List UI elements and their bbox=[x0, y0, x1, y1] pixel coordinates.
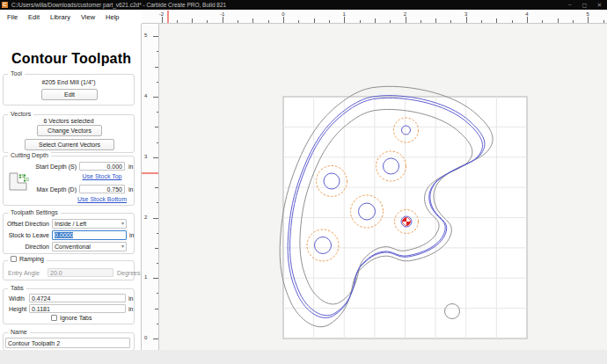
menu-help[interactable]: Help bbox=[100, 13, 124, 21]
ruler-tick bbox=[435, 18, 436, 23]
ruler-label: 0 bbox=[144, 335, 147, 340]
ruler-tick bbox=[360, 20, 361, 23]
ruler-label: 1 bbox=[339, 11, 349, 17]
ruler-label: 5 bbox=[582, 11, 593, 17]
ruler-tick bbox=[157, 233, 159, 234]
select-current-vectors-button[interactable]: Select Current Vectors bbox=[25, 139, 114, 150]
stock-to-leave-unit: in bbox=[129, 232, 134, 238]
menu-library[interactable]: Library bbox=[45, 13, 76, 21]
cutting-depth-group: Cutting Depth Start Depth (S) in Use Sto… bbox=[3, 156, 135, 206]
ruler-label: 1 bbox=[144, 274, 147, 280]
ruler-tick bbox=[157, 263, 159, 264]
cutting-depth-group-label: Cutting Depth bbox=[8, 152, 51, 158]
direction-value: Conventional bbox=[55, 244, 91, 250]
ruler-tick bbox=[155, 187, 158, 188]
ruler-tick bbox=[406, 17, 406, 23]
horizontal-ruler: -2-1012345 bbox=[142, 11, 607, 24]
ruler-label: 3 bbox=[461, 11, 472, 17]
tab-height-label: Height bbox=[9, 306, 26, 312]
ruler-label: 2 bbox=[144, 215, 147, 220]
name-group: Name bbox=[3, 332, 135, 351]
maximize-button[interactable]: ◻ bbox=[577, 0, 592, 10]
ruler-tick bbox=[268, 20, 269, 23]
ruler-tick bbox=[177, 20, 178, 23]
tab-height-unit: in bbox=[128, 306, 133, 312]
tab-width-label: Width bbox=[9, 295, 25, 302]
ruler-tick bbox=[153, 339, 158, 339]
ramping-checkbox[interactable]: Ramping bbox=[8, 256, 47, 262]
menu-edit[interactable]: Edit bbox=[23, 13, 45, 21]
ruler-tick bbox=[573, 20, 574, 23]
window-title: C:/Users/willa/Downloads/customer part_v… bbox=[11, 2, 562, 8]
ruler-cursor-marker bbox=[142, 172, 158, 174]
ignore-tabs-checkbox[interactable]: Ignore Tabs bbox=[51, 315, 91, 321]
ruler-label: 3 bbox=[144, 154, 147, 159]
ruler-tick bbox=[466, 17, 467, 23]
ruler-tick bbox=[542, 20, 543, 23]
ruler-tick bbox=[238, 20, 238, 23]
ruler-cursor-marker bbox=[167, 11, 169, 23]
ruler-tick bbox=[223, 17, 223, 23]
ruler-tick bbox=[157, 202, 159, 203]
ruler-tick bbox=[153, 97, 158, 98]
toolpath-name-input[interactable] bbox=[5, 338, 130, 348]
toolpath-settings-group-label: Toolpath Settings bbox=[8, 209, 61, 215]
ruler-label: -2 bbox=[157, 11, 167, 17]
ruler-tick bbox=[329, 20, 330, 23]
entry-angle-unit: Degrees bbox=[117, 270, 140, 276]
vectors-group: Vectors 6 Vectors selected Change Vector… bbox=[3, 114, 135, 153]
ruler-tick bbox=[207, 20, 208, 23]
direction-label: Direction bbox=[5, 244, 49, 250]
ruler-tick bbox=[481, 20, 482, 23]
ruler-tick bbox=[314, 18, 315, 23]
vectors-group-label: Vectors bbox=[8, 111, 33, 117]
ruler-label: -1 bbox=[217, 11, 228, 17]
offset-direction-label: Offset Direction bbox=[5, 221, 49, 227]
tab-height-input[interactable] bbox=[29, 304, 126, 313]
ruler-label: 4 bbox=[144, 93, 147, 98]
ruler-tick bbox=[344, 17, 345, 23]
use-stock-top-link[interactable]: Use Stock Top bbox=[74, 173, 130, 179]
vertical-ruler: 012345 bbox=[142, 24, 159, 350]
name-group-label: Name bbox=[8, 329, 30, 335]
close-button[interactable]: ✕ bbox=[592, 0, 607, 10]
menu-view[interactable]: View bbox=[76, 13, 100, 21]
stock-to-leave-input[interactable]: 0.0000 bbox=[52, 230, 127, 240]
stock-to-leave-value: 0.0000 bbox=[55, 232, 73, 238]
ruler-tick bbox=[390, 20, 391, 23]
max-depth-label: Max Depth (D) bbox=[28, 186, 77, 193]
tab-width-input[interactable] bbox=[29, 294, 126, 302]
minimize-button[interactable]: − bbox=[562, 0, 577, 10]
start-depth-input[interactable] bbox=[79, 162, 125, 171]
tool-name: #205 End Mill (1/4") bbox=[4, 79, 134, 85]
app-icon: C bbox=[2, 2, 8, 8]
ruler-tick bbox=[153, 36, 158, 37]
ruler-tick bbox=[153, 278, 158, 279]
ruler-label: 5 bbox=[144, 33, 147, 38]
canvas-svg[interactable] bbox=[159, 24, 607, 350]
ruler-tick bbox=[155, 127, 158, 127]
ruler-tick bbox=[588, 17, 589, 23]
ruler-tick bbox=[252, 18, 253, 23]
chevron-down-icon: ▾ bbox=[121, 243, 124, 251]
max-depth-input[interactable] bbox=[79, 185, 125, 193]
ruler-tick bbox=[157, 142, 159, 143]
tab-width-unit: in bbox=[128, 295, 133, 302]
ruler-tick bbox=[450, 20, 451, 23]
ruler-tick bbox=[558, 18, 559, 23]
direction-select[interactable]: Conventional ▾ bbox=[52, 242, 127, 251]
max-depth-unit: in bbox=[128, 186, 133, 193]
change-vectors-button[interactable]: Change Vectors bbox=[37, 125, 102, 136]
ruler-tick bbox=[155, 309, 158, 309]
offset-direction-value: Inside / Left bbox=[55, 221, 86, 227]
ruler-tick bbox=[157, 112, 159, 113]
use-stock-bottom-link[interactable]: Use Stock Bottom bbox=[70, 196, 134, 202]
entry-angle-label: Entry Angle bbox=[8, 270, 40, 276]
edit-tool-button[interactable]: Edit bbox=[41, 89, 98, 100]
design-canvas[interactable] bbox=[159, 24, 607, 350]
offset-direction-select[interactable]: Inside / Left ▾ bbox=[52, 219, 127, 229]
ruler-tick bbox=[157, 324, 159, 324]
menu-file[interactable]: File bbox=[2, 13, 23, 21]
entry-angle-input bbox=[48, 268, 113, 277]
ruler-tick bbox=[155, 248, 158, 249]
